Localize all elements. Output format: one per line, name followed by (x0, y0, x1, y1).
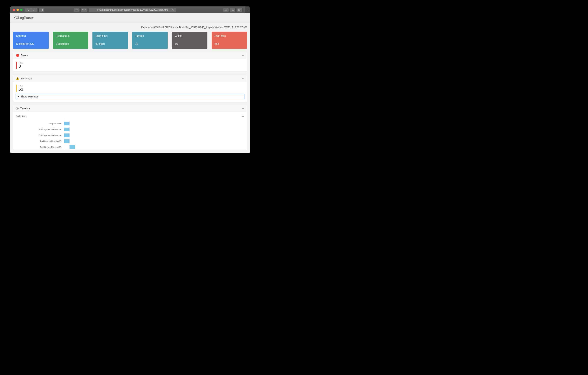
warnings-accent-bar (16, 85, 17, 92)
chart-bar[interactable] (70, 145, 75, 149)
share-button[interactable] (230, 8, 236, 12)
build-times-chart: Prepare buildBuild system informationBui… (16, 121, 244, 150)
show-warnings-label[interactable]: Show warnings (16, 94, 244, 99)
chart-row-label: Build system information (16, 128, 63, 131)
back-button[interactable] (25, 8, 31, 12)
close-window-button[interactable] (13, 9, 15, 11)
collapse-toggle[interactable] (242, 54, 244, 57)
chart-title: Build times (16, 115, 27, 118)
generated-line: Kickstarter-iOS Build ERICK's MacBook Pr… (10, 23, 250, 29)
warnings-total-label: Total (19, 85, 23, 87)
chart-row-label: Prepare build (16, 122, 63, 125)
tile-value: Kickstarter-iOS (16, 42, 46, 45)
tile-c-files: C files 16 (172, 32, 207, 49)
chart-row-track (63, 138, 244, 144)
fullscreen-window-button[interactable] (20, 9, 22, 11)
chevron-up-outline-icon (242, 108, 244, 109)
warning-icon: ⚠️ (16, 77, 19, 80)
tile-value: 19 (135, 42, 165, 45)
address-bar[interactable]: file:///private/tmp/build/xclogparser/re… (89, 8, 176, 12)
reader-button[interactable] (74, 8, 79, 12)
tile-label: Build status (56, 34, 85, 37)
new-tab-button[interactable] (245, 6, 250, 13)
chart-bar[interactable] (64, 139, 70, 143)
browser-toolbar: ••• file:///private/tmp/build/xclogparse… (10, 6, 250, 13)
tile-label: Targets (135, 34, 165, 37)
chart-bar[interactable] (64, 122, 70, 125)
ellipsis-icon: ••• (82, 8, 86, 11)
collapse-toggle[interactable] (242, 77, 244, 80)
tile-value: Succeeded (56, 42, 85, 45)
window-controls (11, 9, 24, 11)
chart-row-label: Build target Runes-iOS (16, 146, 63, 148)
page-content: XCLogParser Kickstarter-iOS Build ERICK'… (10, 13, 250, 153)
forward-button[interactable] (31, 8, 37, 12)
plus-icon (247, 9, 249, 11)
chart-menu-button[interactable] (242, 115, 244, 118)
safari-window: ••• file:///private/tmp/build/xclogparse… (10, 6, 250, 153)
timeline-title: Timeline (20, 107, 30, 110)
app-title-bar: XCLogParser (10, 13, 250, 23)
shield-icon (75, 9, 78, 11)
tile-swift-files: Swift files 868 (212, 32, 247, 49)
chart-row: Build system information (16, 126, 244, 132)
chart-row: Build target Result-iOS (16, 138, 244, 144)
app-title: XCLogParser (13, 16, 34, 20)
errors-card-header[interactable]: 🔴 Errors (13, 52, 247, 59)
tile-label: Schema (16, 34, 46, 37)
clock-icon (16, 107, 19, 110)
summary-tiles: Schema Kickstarter-iOS Build status Succ… (10, 29, 250, 52)
chevron-right-icon (33, 9, 35, 11)
chart-bar[interactable] (64, 133, 70, 137)
chart-row: Build target Runes-iOS (16, 144, 244, 150)
warnings-title: Warnings (21, 77, 32, 80)
warnings-total-value: 53 (19, 87, 23, 92)
chart-row-track (63, 144, 244, 150)
download-icon (225, 9, 227, 11)
nav-back-forward (25, 8, 37, 12)
errors-accent-bar (16, 62, 17, 69)
reload-icon (172, 8, 174, 11)
chart-row: Build system information (16, 132, 244, 138)
chart-row-track (63, 121, 244, 126)
chevron-up-outline-icon (242, 77, 244, 79)
downloads-button[interactable] (223, 8, 229, 12)
tile-value: 868 (215, 42, 244, 45)
tile-value: 33 secs (95, 42, 125, 45)
tile-schema: Schema Kickstarter-iOS (13, 32, 49, 49)
svg-rect-0 (40, 9, 43, 11)
chart-row-label: Build system information (16, 134, 63, 136)
tile-label: Build time (95, 34, 125, 37)
tile-targets: Targets 19 (132, 32, 168, 49)
sidebar-toggle-button[interactable] (38, 8, 44, 12)
chevron-left-icon (27, 9, 29, 11)
chart-row-label: Build target Result-iOS (16, 140, 63, 142)
chart-bar[interactable] (64, 128, 70, 131)
tabs-button[interactable] (237, 8, 242, 12)
timeline-card-header[interactable]: Timeline (13, 105, 247, 112)
warnings-card-header[interactable]: ⚠️ Warnings (13, 75, 247, 82)
address-bar-text: file:///private/tmp/build/xclogparser/re… (97, 9, 168, 11)
tile-build-time: Build time 33 secs (93, 32, 128, 49)
show-warnings-disclosure[interactable]: Show warnings (16, 94, 244, 99)
tile-label: C files (175, 34, 204, 37)
timeline-card: Timeline Build times (13, 105, 247, 150)
tile-value: 16 (175, 42, 204, 45)
hamburger-icon (242, 115, 244, 117)
tile-label: Swift files (215, 34, 244, 37)
minimize-window-button[interactable] (16, 9, 19, 11)
chart-row: Prepare build (16, 121, 244, 126)
errors-total-value: 0 (19, 64, 23, 69)
site-settings-button[interactable]: ••• (81, 8, 88, 12)
chart-row-track (63, 132, 244, 138)
error-icon: 🔴 (16, 54, 19, 57)
share-icon (232, 9, 234, 11)
errors-card: 🔴 Errors Total 0 (13, 52, 247, 72)
svg-rect-4 (239, 9, 240, 11)
chart-row-track (63, 126, 244, 132)
reload-button[interactable] (172, 8, 174, 11)
errors-title: Errors (21, 54, 28, 57)
tabs-icon (238, 9, 241, 11)
collapse-toggle[interactable] (242, 107, 244, 110)
warnings-card: ⚠️ Warnings Total 53 (13, 75, 247, 102)
